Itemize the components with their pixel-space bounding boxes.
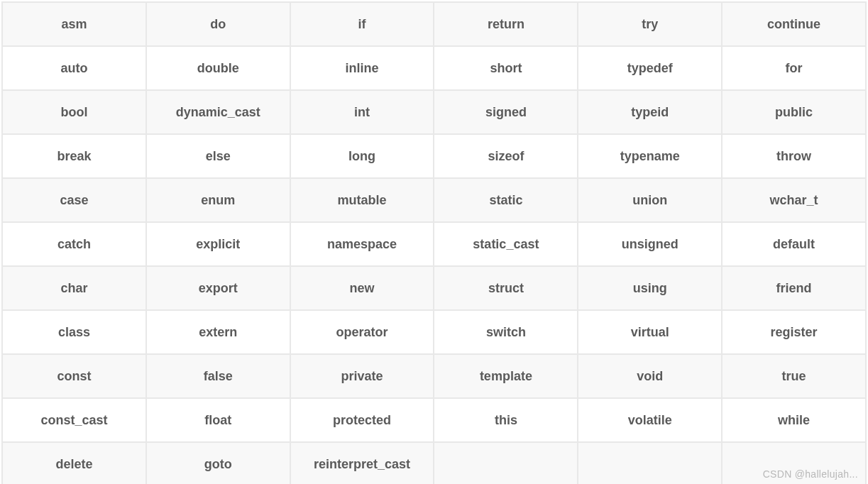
table-cell: signed xyxy=(434,91,577,133)
table-cell: volatile xyxy=(578,399,721,441)
table-cell: continue xyxy=(723,3,865,45)
table-cell: if xyxy=(291,3,434,45)
table-cell: union xyxy=(578,179,721,221)
table-row: class extern operator switch virtual reg… xyxy=(3,311,865,353)
table-row: asm do if return try continue xyxy=(3,3,865,45)
table-cell: asm xyxy=(3,3,145,45)
table-cell: virtual xyxy=(578,311,721,353)
table-cell: return xyxy=(434,3,577,45)
table-cell: template xyxy=(434,355,577,397)
table-cell: protected xyxy=(291,399,434,441)
table-row: catch explicit namespace static_cast uns… xyxy=(3,223,865,265)
table-cell: short xyxy=(434,47,577,89)
keywords-table: asm do if return try continue auto doubl… xyxy=(1,1,867,484)
table-cell: enum xyxy=(147,179,290,221)
table-cell: struct xyxy=(434,267,577,309)
table-cell: typedef xyxy=(578,47,721,89)
watermark-text: CSDN @hallelujah... xyxy=(763,468,858,480)
table-cell: static_cast xyxy=(434,223,577,265)
table-cell: dynamic_cast xyxy=(147,91,290,133)
table-body: asm do if return try continue auto doubl… xyxy=(3,3,865,484)
table-cell: auto xyxy=(3,47,145,89)
table-cell xyxy=(434,443,577,484)
table-cell: void xyxy=(578,355,721,397)
table-row: case enum mutable static union wchar_t xyxy=(3,179,865,221)
table-cell: register xyxy=(723,311,865,353)
table-cell: explicit xyxy=(147,223,290,265)
table-cell: false xyxy=(147,355,290,397)
table-row: delete goto reinterpret_cast xyxy=(3,443,865,484)
table-cell: float xyxy=(147,399,290,441)
table-cell: break xyxy=(3,135,145,177)
table-row: const false private template void true xyxy=(3,355,865,397)
table-cell: private xyxy=(291,355,434,397)
table-cell: class xyxy=(3,311,145,353)
table-cell: goto xyxy=(147,443,290,484)
table-cell: reinterpret_cast xyxy=(291,443,434,484)
table-cell: bool xyxy=(3,91,145,133)
table-cell: double xyxy=(147,47,290,89)
table-cell: true xyxy=(723,355,865,397)
table-cell: else xyxy=(147,135,290,177)
table-cell: typename xyxy=(578,135,721,177)
table-cell: try xyxy=(578,3,721,45)
table-cell: namespace xyxy=(291,223,434,265)
table-cell: this xyxy=(434,399,577,441)
table-cell xyxy=(578,443,721,484)
table-cell: long xyxy=(291,135,434,177)
table-cell: inline xyxy=(291,47,434,89)
table-cell: export xyxy=(147,267,290,309)
table-cell: const xyxy=(3,355,145,397)
table-cell: while xyxy=(723,399,865,441)
table-cell: case xyxy=(3,179,145,221)
table-cell: extern xyxy=(147,311,290,353)
table-cell: new xyxy=(291,267,434,309)
keywords-table-container: asm do if return try continue auto doubl… xyxy=(1,1,867,484)
table-cell: throw xyxy=(723,135,865,177)
table-cell: for xyxy=(723,47,865,89)
table-row: bool dynamic_cast int signed typeid publ… xyxy=(3,91,865,133)
table-row: char export new struct using friend xyxy=(3,267,865,309)
table-cell: catch xyxy=(3,223,145,265)
table-cell: int xyxy=(291,91,434,133)
table-cell: operator xyxy=(291,311,434,353)
table-cell: delete xyxy=(3,443,145,484)
table-row: auto double inline short typedef for xyxy=(3,47,865,89)
table-cell: do xyxy=(147,3,290,45)
table-cell: typeid xyxy=(578,91,721,133)
table-row: const_cast float protected this volatile… xyxy=(3,399,865,441)
table-cell: public xyxy=(723,91,865,133)
table-cell: using xyxy=(578,267,721,309)
table-cell: friend xyxy=(723,267,865,309)
table-cell: wchar_t xyxy=(723,179,865,221)
table-cell: sizeof xyxy=(434,135,577,177)
table-cell: mutable xyxy=(291,179,434,221)
table-cell: unsigned xyxy=(578,223,721,265)
table-cell: char xyxy=(3,267,145,309)
table-cell: static xyxy=(434,179,577,221)
table-cell: const_cast xyxy=(3,399,145,441)
table-cell: default xyxy=(723,223,865,265)
table-cell: switch xyxy=(434,311,577,353)
table-row: break else long sizeof typename throw xyxy=(3,135,865,177)
